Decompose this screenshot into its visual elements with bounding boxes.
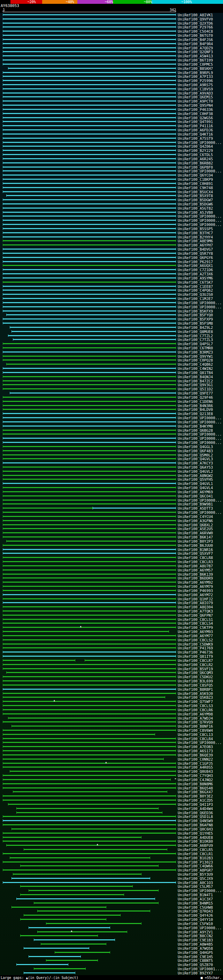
hit-label[interactable]: UniRef100_B8N8M6 [178,782,213,786]
alignment-bar[interactable] [3,450,176,451]
hit-label[interactable]: UniRef100_B2YHY4 [178,235,213,239]
hit-label[interactable]: UniRef100_C7Z1D6 [178,268,213,272]
hit-label[interactable]: UniRef100_Q5D1L8 [178,815,213,819]
hit-label[interactable]: UniRef100_Q4PSL7 [178,342,213,346]
hit-label[interactable]: UniRef100_B9ZYX7 [178,971,213,975]
alignment-bar[interactable] [3,302,176,303]
hit-label[interactable]: UniRef100_B5FSM8 [178,321,213,325]
hit-label[interactable]: UniRef100_A7WDJ4 [178,716,213,720]
hit-label[interactable]: UniRef100_UPI0000... [178,511,221,514]
alignment-bar[interactable] [93,508,176,509]
alignment-bar[interactable] [13,873,141,875]
hit-label[interactable]: UniRef100_C7TZL2 [178,334,213,337]
alignment-bar[interactable] [3,763,176,764]
alignment-bar[interactable] [3,676,176,677]
alignment-bar[interactable] [3,647,176,648]
alignment-bar[interactable] [3,269,176,270]
alignment-bar[interactable] [3,508,93,509]
alignment-bar[interactable] [3,746,176,747]
hit-label[interactable]: UniRef100_UPI0000... [178,305,221,309]
alignment-bar[interactable] [3,454,176,455]
alignment-bar[interactable] [10,327,176,328]
alignment-bar[interactable] [3,578,176,579]
alignment-bar[interactable] [3,409,176,410]
alignment-bar[interactable] [3,684,176,686]
alignment-bar[interactable] [3,265,176,266]
alignment-bar[interactable] [55,952,110,953]
hit-label[interactable]: UniRef100_Q5KBZ3 [178,696,213,700]
hit-label[interactable]: UniRef100_B6RB82 [178,161,213,165]
alignment-bar[interactable] [6,672,176,673]
hit-label[interactable]: UniRef100_A5DTT3 [178,506,213,510]
hit-label[interactable]: UniRef100_B5FXP9 [178,317,213,321]
alignment-bar[interactable] [10,771,176,772]
hit-label[interactable]: UniRef100_C8CLR8 [178,556,213,560]
hit-label[interactable]: UniRef100_P62917 [178,260,213,264]
alignment-bar[interactable] [3,18,176,19]
alignment-bar[interactable] [3,306,176,307]
hit-label[interactable]: UniRef100_A9PCT0 [178,99,213,103]
alignment-bar[interactable] [3,212,176,213]
alignment-bar[interactable] [3,109,176,110]
alignment-bar[interactable] [11,331,176,332]
alignment-bar[interactable] [3,425,176,426]
hit-label[interactable]: UniRef100_Q9VFV0 [178,17,213,21]
hit-label[interactable]: UniRef100_B6QE39 [178,753,213,757]
alignment-bar[interactable] [20,886,133,887]
alignment-bar[interactable] [3,224,176,225]
alignment-bar[interactable] [3,146,176,147]
alignment-bar[interactable] [3,788,176,788]
alignment-bar[interactable] [3,55,176,56]
hit-label[interactable]: UniRef100_A0C1O3 [178,881,213,885]
hit-label[interactable]: UniRef100_Q4GVL1 [178,482,213,486]
alignment-bar[interactable] [3,248,176,250]
hit-label[interactable]: UniRef100_Q4KT16 [178,132,213,136]
hit-label[interactable]: UniRef100_C5GHW8 [178,905,213,909]
hit-label[interactable]: UniRef100_P41116 [178,124,213,128]
alignment-bar[interactable] [3,512,176,513]
hit-label[interactable]: UniRef100_Q6PBF0 [178,165,213,169]
alignment-bar[interactable] [6,364,176,365]
hit-label[interactable]: UniRef100_C6TMR0 [178,346,213,350]
hit-label[interactable]: UniRef100_C1EE87 [178,284,213,288]
hit-label[interactable]: UniRef100_Q75WF7 [178,700,213,704]
alignment-bar[interactable] [3,286,176,287]
alignment-bar[interactable] [20,894,124,895]
hit-label[interactable]: UniRef100_C0PMC5 [178,62,213,67]
alignment-bar[interactable] [3,167,176,167]
alignment-bar[interactable] [3,401,176,402]
alignment-bar[interactable] [20,935,98,936]
hit-label[interactable]: UniRef100_C9E1B3 [178,938,213,942]
hit-label[interactable]: UniRef100_B3L699 [178,679,213,683]
hit-label[interactable]: UniRef100_B0Y3E2 [178,794,213,798]
alignment-bar[interactable] [3,129,176,130]
hit-label[interactable]: UniRef100_C8CLS1 [178,617,213,621]
hit-label[interactable]: UniRef100_A6YM92 [178,581,213,584]
alignment-bar[interactable] [3,228,176,229]
hit-label[interactable]: UniRef100_C4QW66 [178,864,213,868]
alignment-bar[interactable] [8,804,176,805]
alignment-bar[interactable] [3,92,176,94]
hit-label[interactable]: UniRef100_C1BVS9 [178,87,213,91]
hit-label[interactable]: UniRef100_C4QB62 [178,363,213,366]
hit-label[interactable]: UniRef100_P46336 [178,108,213,111]
alignment-bar[interactable] [3,516,176,517]
alignment-bar[interactable] [3,51,176,52]
hit-label[interactable]: UniRef100_A6YM79 [178,585,213,589]
alignment-bar[interactable] [3,680,176,681]
hit-label[interactable]: UniRef100_Q3UJS0 [178,293,213,296]
alignment-bar[interactable] [3,689,176,690]
alignment-bar[interactable] [6,845,176,846]
hit-label[interactable]: UniRef100_B2Y229 [178,149,213,153]
hit-label[interactable]: UniRef100_Q2WG56 [178,116,213,119]
hit-label[interactable]: UniRef100_Q4Z064 [178,145,213,148]
hit-label[interactable]: UniRef100_C8CLR3 [178,560,213,564]
hit-label[interactable]: UniRef100_UPI0000... [178,301,221,305]
hit-label[interactable]: UniRef100_UPI0000... [178,433,221,436]
hit-label[interactable]: UniRef100_A5K9J0 [178,692,213,695]
alignment-bar[interactable] [3,298,176,299]
alignment-bar[interactable] [3,158,176,159]
hit-label[interactable]: UniRef100_Q5XVF7 [178,552,213,555]
hit-label[interactable]: UniRef100_UPI0001... [178,967,221,971]
alignment-bar[interactable] [3,532,176,533]
